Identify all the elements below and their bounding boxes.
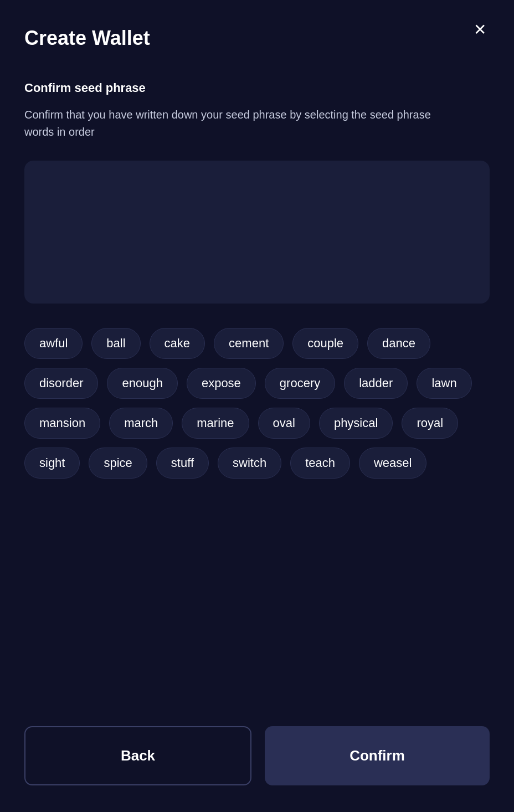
- close-button[interactable]: ✕: [470, 20, 490, 40]
- word-chip[interactable]: stuff: [156, 448, 209, 479]
- word-chip[interactable]: lawn: [417, 368, 471, 399]
- word-chip[interactable]: royal: [402, 408, 458, 439]
- word-chip[interactable]: oval: [258, 408, 310, 439]
- word-chip[interactable]: switch: [218, 448, 281, 479]
- description-text: Confirm that you have written down your …: [24, 106, 456, 141]
- seed-display-area: [24, 161, 490, 304]
- word-chip[interactable]: march: [109, 408, 173, 439]
- section-subtitle: Confirm seed phrase: [24, 81, 490, 95]
- word-chip[interactable]: couple: [292, 328, 358, 359]
- close-icon: ✕: [474, 22, 486, 38]
- word-chip[interactable]: cement: [214, 328, 284, 359]
- word-chip[interactable]: cake: [150, 328, 205, 359]
- footer-buttons: Back Confirm: [24, 726, 490, 785]
- word-chip[interactable]: ball: [91, 328, 140, 359]
- word-chip[interactable]: dance: [367, 328, 430, 359]
- modal-container: ✕ Create Wallet Confirm seed phrase Conf…: [0, 0, 514, 812]
- word-chip[interactable]: expose: [187, 368, 256, 399]
- word-chip[interactable]: disorder: [24, 368, 98, 399]
- word-chip[interactable]: physical: [319, 408, 393, 439]
- page-title: Create Wallet: [24, 27, 490, 50]
- word-chip[interactable]: ladder: [344, 368, 408, 399]
- word-chip[interactable]: weasel: [359, 448, 426, 479]
- word-chip[interactable]: grocery: [265, 368, 335, 399]
- word-chip[interactable]: teach: [290, 448, 350, 479]
- word-chip[interactable]: sight: [24, 448, 80, 479]
- back-button[interactable]: Back: [24, 726, 251, 785]
- word-chip[interactable]: marine: [182, 408, 249, 439]
- spacer: [24, 503, 490, 726]
- word-chip[interactable]: enough: [107, 368, 177, 399]
- word-grid: awfulballcakecementcoupledancedisorderen…: [24, 328, 490, 479]
- word-chip[interactable]: mansion: [24, 408, 100, 439]
- word-chip[interactable]: spice: [89, 448, 147, 479]
- confirm-button[interactable]: Confirm: [265, 726, 490, 785]
- word-chip[interactable]: awful: [24, 328, 83, 359]
